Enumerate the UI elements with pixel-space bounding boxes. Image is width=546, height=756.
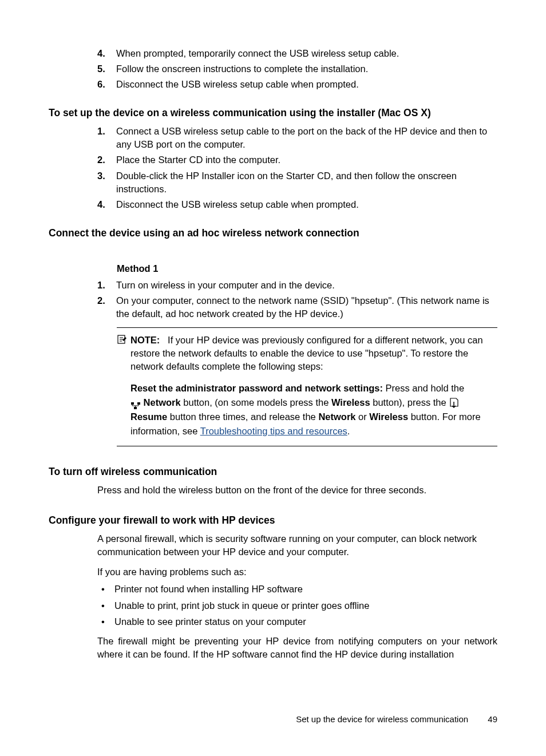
firewall-body-2: If you are having problems such as:: [97, 565, 497, 579]
resume-icon: [449, 397, 459, 410]
list-item: 6.Disconnect the USB wireless setup cabl…: [97, 78, 497, 91]
page-footer: Set up the device for wireless communica…: [296, 714, 497, 724]
step-number: 3.: [97, 169, 105, 183]
svg-rect-6: [134, 407, 137, 409]
turnoff-body: Press and hold the wireless button on th…: [97, 484, 497, 497]
note-icon: [117, 334, 127, 345]
section-heading-adhoc: Connect the device using an ad hoc wirel…: [49, 227, 497, 239]
step-text: Disconnect the USB wireless setup cable …: [116, 199, 359, 209]
section-heading-turnoff: To turn off wireless communication: [49, 466, 497, 478]
wireless-label-2: Wireless: [369, 411, 408, 422]
bullet-text: Unable to print, print job stuck in queu…: [114, 600, 369, 611]
list-item: 5.Follow the onscreen instructions to co…: [97, 62, 497, 76]
step-number: 2.: [97, 294, 105, 307]
note-text-1: [163, 335, 168, 345]
firewall-bullets: Printer not found when installing HP sof…: [97, 582, 497, 629]
note-paragraph-1: NOTE: If your HP device was previously c…: [117, 334, 497, 373]
document-page: 4.When prompted, temporarily connect the…: [0, 0, 546, 661]
step-number: 1.: [97, 279, 105, 292]
step-text: Follow the onscreen instructions to comp…: [116, 64, 368, 74]
firewall-body-1: A personal firewall, which is security s…: [97, 532, 497, 559]
list-item: 4.When prompted, temporarily connect the…: [97, 47, 497, 60]
list-item: 2.Place the Starter CD into the computer…: [97, 153, 497, 167]
list-item: Unable to print, print job stuck in queu…: [97, 599, 497, 613]
step-text: Double-click the HP Installer icon on th…: [116, 171, 457, 194]
step-number: 2.: [97, 153, 105, 167]
step-number: 6.: [97, 78, 105, 91]
list-item: 1.Turn on wireless in your computer and …: [97, 279, 497, 292]
note-paragraph-2: Reset the administrator password and net…: [117, 381, 497, 438]
list-item: 2.On your computer, connect to the netwo…: [97, 294, 497, 320]
text3b: or: [355, 411, 369, 422]
wireless-label: Wireless: [331, 397, 370, 407]
text3d: .: [347, 426, 350, 436]
step-number: 4.: [97, 47, 105, 60]
network-label: Network: [144, 397, 181, 407]
note-box: NOTE: If your HP device was previously c…: [117, 327, 497, 446]
list-item: Printer not found when installing HP sof…: [97, 582, 497, 596]
reset-label: Reset the administrator password and net…: [130, 383, 383, 393]
svg-rect-4: [131, 402, 134, 405]
step-text: Disconnect the USB wireless setup cable …: [116, 79, 359, 89]
svg-rect-5: [137, 402, 140, 405]
text3a: button three times, and release the: [167, 411, 318, 422]
resume-label: Resume: [130, 411, 167, 422]
list-item: 4.Disconnect the USB wireless setup cabl…: [97, 198, 497, 211]
step-number: 1.: [97, 125, 105, 138]
bullet-text: Printer not found when installing HP sof…: [114, 584, 303, 594]
note-label: NOTE:: [130, 335, 160, 345]
note-text-1b: If your HP device was previously configu…: [130, 335, 483, 371]
network-icon: [130, 399, 141, 407]
list-item: 3.Double-click the HP Installer icon on …: [97, 169, 497, 196]
firewall-body-3: The firewall might be preventing your HP…: [97, 635, 497, 661]
list-item: Unable to see printer status on your com…: [97, 615, 497, 629]
steps-list-adhoc: 1.Turn on wireless in your computer and …: [97, 279, 497, 320]
step-text: Place the Starter CD into the computer.: [116, 155, 280, 165]
list-item: 1.Connect a USB wireless setup cable to …: [97, 125, 497, 151]
troubleshooting-link[interactable]: Troubleshooting tips and resources: [200, 426, 347, 436]
steps-list-mac: 1.Connect a USB wireless setup cable to …: [97, 125, 497, 211]
steps-list-top: 4.When prompted, temporarily connect the…: [97, 47, 497, 91]
step-text: When prompted, temporarily connect the U…: [116, 48, 399, 58]
step-text: On your computer, connect to the network…: [116, 295, 489, 319]
step-number: 4.: [97, 198, 105, 211]
footer-title: Set up the device for wireless communica…: [296, 714, 468, 724]
footer-page-number: 49: [488, 714, 497, 724]
step-text: Turn on wireless in your computer and in…: [116, 280, 335, 290]
method-label: Method 1: [117, 263, 497, 274]
text2a: button, (on some models press the: [181, 397, 331, 407]
section-heading-mac-installer: To set up the device on a wireless commu…: [49, 107, 497, 119]
step-number: 5.: [97, 62, 105, 76]
section-heading-firewall: Configure your firewall to work with HP …: [49, 514, 497, 527]
text2b: button), press the: [370, 397, 449, 407]
reset-text-1b: Press and hold the: [386, 383, 465, 393]
network-label-2: Network: [318, 411, 355, 422]
step-text: Connect a USB wireless setup cable to th…: [116, 126, 487, 149]
bullet-text: Unable to see printer status on your com…: [114, 616, 306, 627]
